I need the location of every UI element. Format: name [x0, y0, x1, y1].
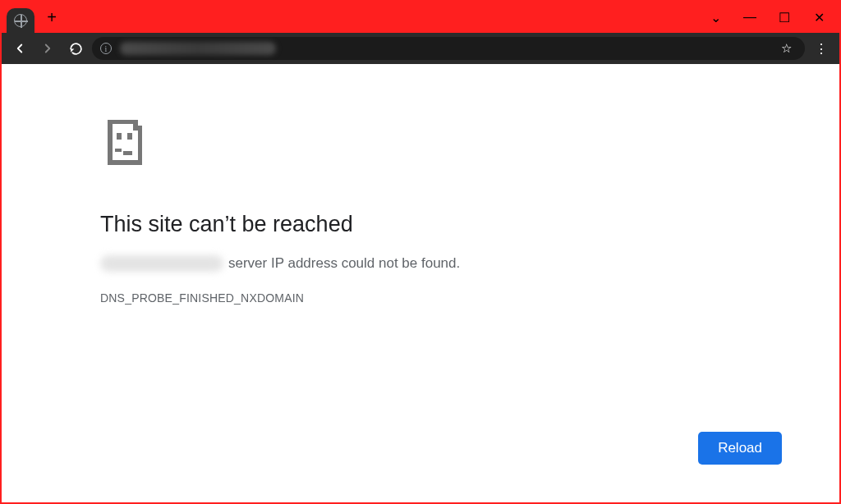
new-tab-button[interactable]: +: [39, 5, 64, 30]
bookmark-star-icon[interactable]: ☆: [781, 41, 792, 56]
svg-rect-3: [138, 131, 143, 165]
window-close-button[interactable]: ✕: [802, 4, 836, 30]
reload-button[interactable]: Reload: [698, 432, 782, 465]
error-code: DNS_PROBE_FINISHED_NXDOMAIN: [100, 291, 527, 305]
error-message: server IP address could not be found.: [100, 255, 527, 272]
window-titlebar: + ⌄ — ☐ ✕: [2, 2, 839, 33]
window-controls: ⌄ — ☐ ✕: [698, 2, 839, 33]
svg-rect-8: [115, 149, 121, 153]
svg-rect-6: [117, 133, 122, 139]
error-title: This site can’t be reached: [100, 212, 527, 237]
tab-strip: +: [2, 2, 64, 33]
browser-toolbar: i ☆ ⋮: [2, 33, 839, 64]
domain-redacted: [100, 255, 223, 272]
globe-icon: [14, 14, 27, 27]
error-message-text: server IP address could not be found.: [228, 255, 460, 272]
url-text-redacted: [120, 42, 276, 55]
window-dropdown-button[interactable]: ⌄: [698, 4, 733, 30]
page-viewport: This site can’t be reached server IP add…: [2, 64, 839, 502]
svg-rect-7: [127, 133, 132, 139]
window-minimize-button[interactable]: —: [733, 4, 767, 30]
window-maximize-button[interactable]: ☐: [767, 4, 802, 30]
reload-nav-button[interactable]: [64, 37, 87, 60]
sad-document-icon: [100, 117, 527, 174]
svg-rect-5: [133, 126, 142, 131]
browser-menu-button[interactable]: ⋮: [810, 37, 833, 60]
back-button[interactable]: [8, 37, 31, 60]
svg-rect-2: [108, 160, 142, 165]
forward-button[interactable]: [36, 37, 59, 60]
svg-rect-1: [108, 120, 113, 165]
site-info-icon[interactable]: i: [100, 43, 112, 54]
browser-tab[interactable]: [7, 8, 34, 33]
address-bar[interactable]: i ☆: [92, 37, 805, 60]
error-container: This site can’t be reached server IP add…: [2, 64, 527, 305]
svg-rect-9: [123, 151, 132, 155]
